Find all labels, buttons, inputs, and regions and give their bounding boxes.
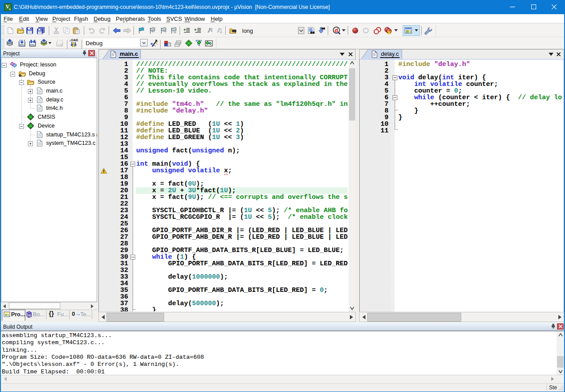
svg-text:?: ?: [29, 314, 31, 318]
svg-text:LOAD: LOAD: [70, 38, 78, 42]
svg-text:d: d: [335, 27, 338, 34]
svg-text:s: s: [9, 7, 11, 11]
